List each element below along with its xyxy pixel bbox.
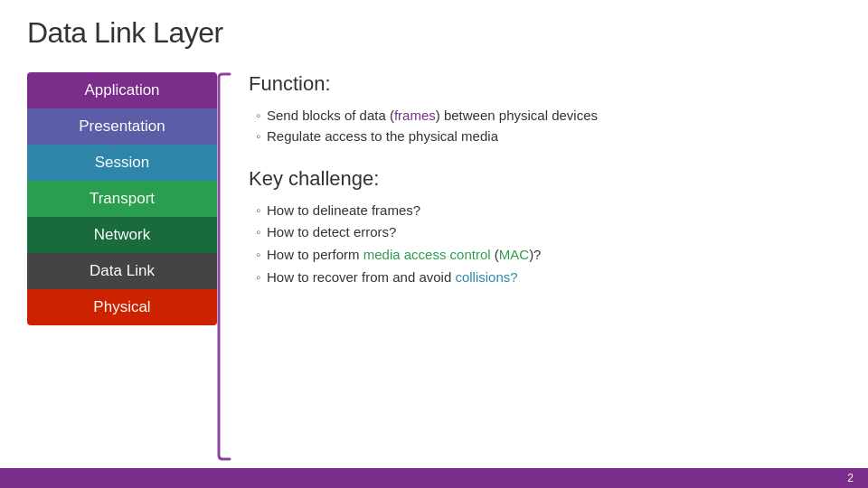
- layer-network: Network: [27, 217, 217, 253]
- layer-physical: Physical: [27, 289, 217, 325]
- challenge-list: How to delineate frames? How to detect e…: [249, 200, 841, 289]
- layer-datalink: Data Link: [27, 253, 217, 289]
- mac-highlight: media access control: [363, 247, 491, 262]
- layer-application: Application: [27, 72, 217, 108]
- function-item-1: Send blocks of data (frames) between phy…: [256, 105, 841, 126]
- challenge-item-2: How to detect errors?: [256, 221, 841, 244]
- function-title: Function:: [249, 72, 841, 96]
- layer-transport: Transport: [27, 181, 217, 217]
- footer-bar: 2: [0, 468, 868, 488]
- challenge-item-1: How to delineate frames?: [256, 200, 841, 222]
- function-list: Send blocks of data (frames) between phy…: [249, 105, 841, 147]
- page-title: Data Link Layer: [27, 16, 223, 50]
- bracket-decoration: [217, 72, 233, 461]
- challenge-item-4: How to recover from and avoid collisions…: [256, 267, 841, 289]
- collisions-highlight: collisions?: [455, 269, 517, 285]
- layer-session: Session: [27, 145, 217, 181]
- content-area: Function: Send blocks of data (frames) b…: [249, 72, 841, 289]
- osi-layer-stack: Application Presentation Session Transpo…: [27, 72, 217, 325]
- key-challenge-title: Key challenge:: [249, 167, 841, 191]
- function-item-2: Regulate access to the physical media: [256, 126, 841, 146]
- challenge-item-3: How to perform media access control (MAC…: [256, 244, 841, 267]
- page-number: 2: [847, 472, 854, 484]
- mac-abbrev-highlight: MAC: [499, 247, 529, 262]
- layer-presentation: Presentation: [27, 108, 217, 145]
- frames-highlight: frames: [394, 108, 436, 123]
